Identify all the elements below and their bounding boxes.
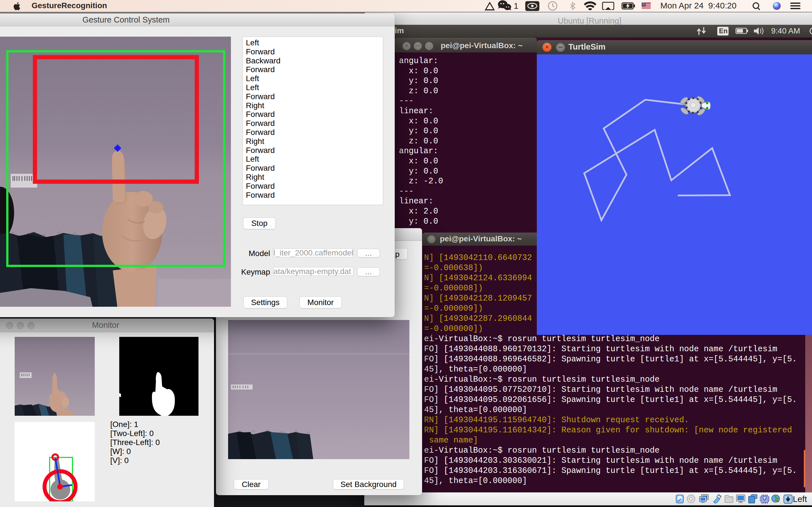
svg-text:9:40 AM: 9:40 AM <box>771 26 800 35</box>
svg-text:1: 1 <box>514 1 518 10</box>
svg-text:U: U <box>763 497 766 501</box>
svg-text:En: En <box>719 27 728 35</box>
